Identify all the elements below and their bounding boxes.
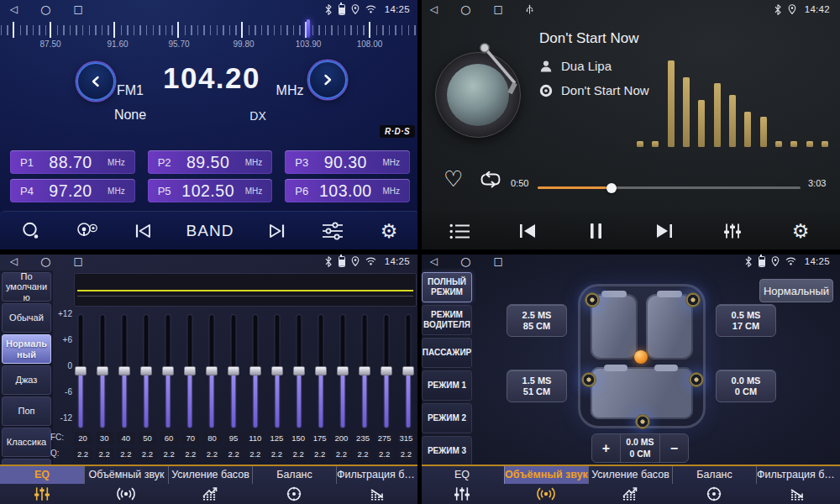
slider-thumb[interactable] bbox=[271, 366, 283, 375]
fc-value[interactable]: 50 bbox=[139, 432, 156, 444]
eq-band-slider[interactable] bbox=[183, 312, 197, 430]
back-icon[interactable]: ◁ bbox=[10, 0, 18, 18]
tab-filter[interactable]: Фильтрация ба… bbox=[336, 466, 420, 504]
slider-thumb[interactable] bbox=[381, 366, 392, 375]
q-value[interactable]: 2.2 bbox=[117, 448, 134, 460]
eq-band-slider[interactable] bbox=[205, 312, 218, 430]
front-left-speaker-icon[interactable] bbox=[585, 292, 600, 307]
band-button[interactable]: BAND bbox=[186, 222, 234, 240]
tab-surround[interactable]: Объёмный звук bbox=[84, 466, 168, 504]
preset-button[interactable]: P3 90.30 MHz bbox=[285, 150, 410, 174]
slider-thumb[interactable] bbox=[97, 366, 108, 375]
fc-value[interactable]: 20 bbox=[74, 432, 92, 444]
front-left-delay[interactable]: 2.5 MS 85 CM bbox=[507, 304, 567, 337]
q-value[interactable]: 2.2 bbox=[74, 448, 92, 460]
q-value[interactable]: 2.2 bbox=[290, 448, 307, 460]
q-value[interactable]: 2.2 bbox=[225, 448, 243, 460]
previous-station-button[interactable] bbox=[130, 223, 155, 239]
slider-thumb[interactable] bbox=[315, 366, 327, 375]
preset-button[interactable]: P4 97.20 MHz bbox=[10, 179, 135, 202]
listening-position-marker[interactable] bbox=[634, 350, 648, 364]
eq-preset-item[interactable]: Джаз bbox=[2, 365, 51, 395]
fc-value[interactable]: 70 bbox=[181, 432, 199, 444]
pause-button[interactable] bbox=[583, 223, 608, 239]
progress-thumb[interactable] bbox=[606, 183, 617, 193]
q-value[interactable]: 2.2 bbox=[268, 448, 286, 460]
q-value[interactable]: 2.2 bbox=[375, 448, 393, 460]
mode-item[interactable]: РЕЖИМ ВОДИТЕЛЯ bbox=[422, 305, 472, 335]
q-value[interactable]: 2.2 bbox=[160, 448, 178, 460]
settings-button[interactable]: ⚙ bbox=[376, 222, 402, 241]
slider-thumb[interactable] bbox=[162, 366, 174, 375]
eq-band-slider[interactable] bbox=[402, 312, 415, 430]
slider-thumb[interactable] bbox=[184, 366, 196, 375]
home-icon[interactable]: ○ bbox=[40, 0, 50, 18]
eq-band-slider[interactable] bbox=[118, 312, 131, 430]
eq-band-slider[interactable] bbox=[292, 312, 306, 430]
slider-thumb[interactable] bbox=[140, 366, 152, 375]
eq-band-slider[interactable] bbox=[249, 312, 262, 430]
mode-item[interactable]: РЕЖИМ 3 bbox=[422, 436, 472, 466]
q-value[interactable]: 2.2 bbox=[311, 448, 328, 460]
tab-eq[interactable]: EQ bbox=[0, 466, 84, 504]
rear-left-speaker-icon[interactable] bbox=[581, 372, 596, 387]
fc-value[interactable]: 150 bbox=[290, 432, 307, 444]
fc-value[interactable]: 30 bbox=[96, 432, 113, 444]
preset-button[interactable]: P2 89.50 MHz bbox=[148, 150, 273, 174]
mode-item[interactable]: ПОЛНЫЙ РЕЖИМ bbox=[422, 272, 472, 302]
previous-track-button[interactable] bbox=[515, 223, 540, 239]
back-icon[interactable]: ◁ bbox=[10, 252, 18, 270]
slider-thumb[interactable] bbox=[402, 366, 414, 375]
fc-value[interactable]: 80 bbox=[203, 432, 221, 444]
fc-value[interactable]: 40 bbox=[117, 432, 134, 444]
eq-band-slider[interactable] bbox=[74, 312, 87, 430]
center-speaker-icon[interactable] bbox=[635, 414, 650, 429]
fc-value[interactable]: 110 bbox=[246, 432, 264, 444]
home-icon[interactable]: ○ bbox=[460, 252, 470, 270]
tab-surround[interactable]: Объёмный звук bbox=[504, 466, 588, 504]
tab-balance[interactable]: Баланс bbox=[252, 466, 336, 504]
q-value[interactable]: 2.2 bbox=[246, 448, 264, 460]
tab-eq[interactable]: EQ bbox=[420, 466, 504, 504]
slider-thumb[interactable] bbox=[359, 366, 370, 375]
next-station-button[interactable] bbox=[265, 223, 290, 239]
slider-thumb[interactable] bbox=[249, 366, 261, 375]
settings-button[interactable]: ⚙ bbox=[788, 222, 813, 241]
eq-preset-item[interactable]: По умолчанию bbox=[2, 272, 51, 302]
eq-band-slider[interactable] bbox=[358, 312, 371, 430]
eq-preset-item[interactable]: Классика bbox=[2, 428, 51, 457]
back-icon[interactable]: ◁ bbox=[430, 252, 438, 270]
fc-value[interactable]: 60 bbox=[160, 432, 178, 444]
tab-bass-boost[interactable]: Усиление басов bbox=[168, 466, 252, 504]
eq-band-slider[interactable] bbox=[161, 312, 175, 430]
slider-thumb[interactable] bbox=[293, 366, 305, 375]
eq-preset-item[interactable]: Поп bbox=[2, 396, 51, 426]
slider-thumb[interactable] bbox=[75, 366, 87, 375]
fc-value[interactable]: 175 bbox=[311, 432, 328, 444]
eq-band-slider[interactable] bbox=[336, 312, 349, 430]
scan-button[interactable] bbox=[18, 221, 44, 241]
progress-bar[interactable] bbox=[538, 186, 801, 189]
playlist-button[interactable] bbox=[447, 223, 472, 239]
eq-band-slider[interactable] bbox=[314, 312, 328, 430]
fc-value[interactable]: 125 bbox=[268, 432, 286, 444]
eq-band-slider[interactable] bbox=[139, 312, 153, 430]
fc-value[interactable]: 315 bbox=[397, 432, 415, 444]
recents-icon[interactable]: □ bbox=[73, 252, 82, 270]
recents-icon[interactable]: □ bbox=[493, 0, 502, 18]
q-value[interactable]: 2.2 bbox=[397, 448, 415, 460]
eq-band-slider[interactable] bbox=[96, 312, 109, 430]
rear-right-delay[interactable]: 0.0 MS 0 CM bbox=[716, 370, 776, 402]
q-value[interactable]: 2.2 bbox=[139, 448, 156, 460]
fc-value[interactable]: 235 bbox=[354, 432, 372, 444]
home-icon[interactable]: ○ bbox=[460, 0, 470, 18]
front-right-delay[interactable]: 0.5 MS 17 CM bbox=[716, 304, 776, 337]
eq-preset-item[interactable]: Нормальный bbox=[2, 334, 51, 364]
slider-thumb[interactable] bbox=[118, 366, 130, 375]
fc-value[interactable]: 95 bbox=[225, 432, 243, 444]
broadcast-button[interactable] bbox=[75, 221, 100, 241]
favorite-button[interactable]: ♡ bbox=[444, 166, 463, 192]
tab-filter[interactable]: Фильтрация ба… bbox=[756, 466, 840, 504]
audio-settings-button[interactable] bbox=[320, 222, 345, 240]
mode-item[interactable]: РЕЖИМ 1 bbox=[422, 370, 472, 401]
